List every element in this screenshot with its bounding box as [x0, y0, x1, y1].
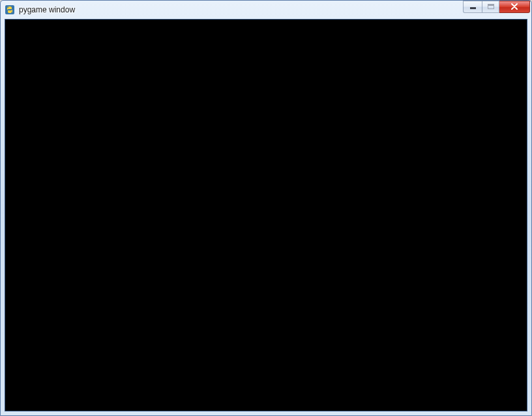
- svg-point-2: [11, 12, 12, 13]
- minimize-icon: [470, 7, 476, 9]
- svg-point-1: [7, 7, 8, 8]
- minimize-button[interactable]: [463, 1, 482, 13]
- client-area: [5, 19, 527, 411]
- window-controls: [463, 1, 530, 19]
- maximize-button[interactable]: [482, 1, 499, 13]
- maximize-icon: [488, 4, 494, 9]
- window-title: pygame window: [19, 5, 463, 14]
- titlebar[interactable]: pygame window: [1, 1, 531, 19]
- application-window: pygame window: [0, 0, 532, 416]
- app-icon: [5, 5, 15, 15]
- close-button[interactable]: [499, 1, 530, 13]
- close-icon: [510, 1, 518, 12]
